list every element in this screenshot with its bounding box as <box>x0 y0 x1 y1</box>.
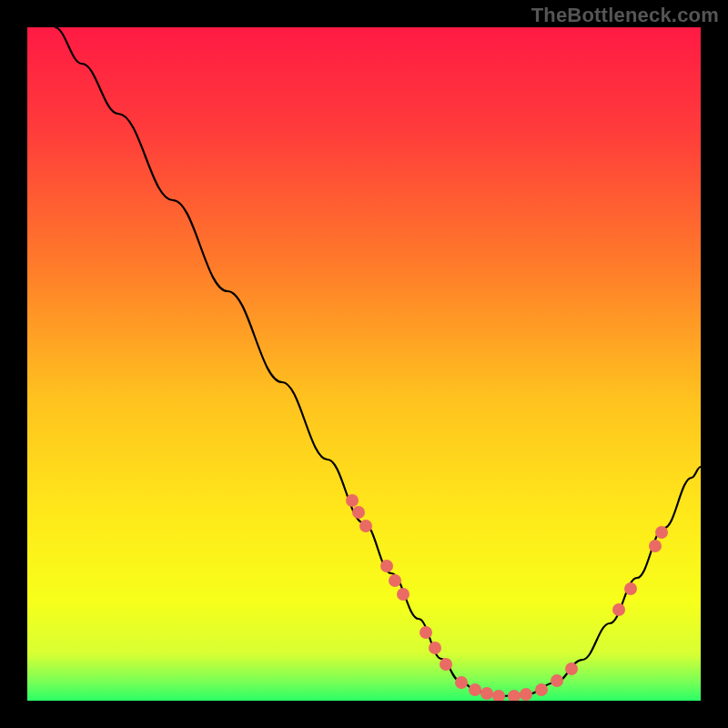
chart-svg <box>27 27 701 701</box>
credit-text: TheBottleneck.com <box>531 4 719 27</box>
marker-dot <box>655 526 668 539</box>
plot-area <box>27 27 701 701</box>
marker-dot <box>397 588 410 601</box>
marker-dot <box>565 662 578 675</box>
marker-dot <box>455 676 468 689</box>
marker-dot <box>520 688 532 701</box>
marker-dot <box>469 683 481 696</box>
marker-dot <box>429 642 441 654</box>
marker-dot <box>440 658 452 671</box>
marker-dot <box>389 574 401 587</box>
marker-dot <box>359 520 372 532</box>
marker-dot <box>352 506 365 519</box>
marker-dot <box>535 683 548 696</box>
marker-dot <box>649 540 662 552</box>
marker-dot <box>612 603 625 616</box>
marker-dot <box>480 687 493 700</box>
marker-dot <box>624 582 637 595</box>
marker-dot <box>551 674 563 687</box>
marker-dot <box>420 626 432 639</box>
gradient-background <box>27 27 701 701</box>
marker-dot <box>346 494 359 507</box>
marker-dot <box>380 560 393 572</box>
